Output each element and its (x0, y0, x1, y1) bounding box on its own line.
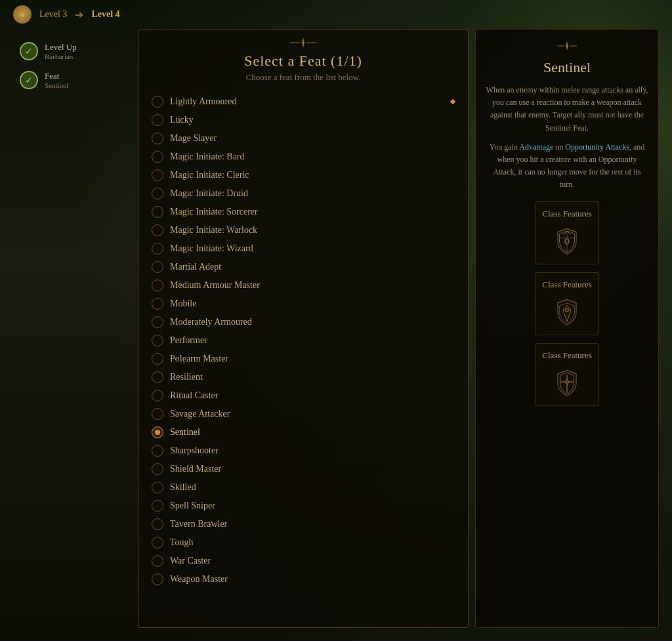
level-icon (13, 5, 32, 24)
feat-item[interactable]: Ritual Caster (152, 386, 455, 405)
feat-name: Performer (170, 335, 207, 346)
feat-item[interactable]: Lightly Armoured (152, 93, 455, 111)
feat-item[interactable]: Performer (152, 331, 455, 350)
sidebar-item-levelup[interactable]: ✓ Level Up Barbarian (20, 42, 125, 60)
svg-marker-0 (18, 10, 27, 19)
top-bar: Level 3 ➔ Level 4 (0, 0, 672, 29)
feat-item[interactable]: Lucky (152, 111, 455, 129)
feat-name: Lucky (170, 115, 194, 125)
sidebar-text-levelup: Level Up Barbarian (45, 42, 77, 60)
feat-item[interactable]: Skilled (152, 478, 455, 497)
opportunity-attacks-highlight: Opportunity Attacks (565, 142, 629, 152)
feat-radio (152, 224, 163, 236)
feat-item[interactable]: Shield Master (152, 460, 455, 478)
sidebar: ✓ Level Up Barbarian ✓ Feat Sentinel (13, 29, 131, 628)
feat-radio (152, 298, 163, 310)
feat-radio (152, 482, 163, 493)
feat-item[interactable]: Martial Adept (152, 258, 455, 276)
feat-name: Lightly Armoured (170, 96, 237, 107)
feat-name: Magic Initiate: Sorcerer (170, 207, 258, 217)
feat-item[interactable]: Magic Initiate: Bard (152, 148, 455, 166)
panel-title: Select a Feat (1/1) (244, 52, 362, 70)
sidebar-item-feat[interactable]: ✓ Feat Sentinel (20, 71, 125, 89)
feat-name: Sentinel (170, 427, 200, 438)
feat-radio (152, 335, 163, 346)
feat-item[interactable]: Magic Initiate: Sorcerer (152, 203, 455, 221)
feat-name: Shield Master (170, 464, 221, 474)
feat-name: Savage Attacker (170, 409, 230, 419)
feat-name: Weapon Master (170, 574, 228, 585)
feat-item[interactable]: Magic Initiate: Druid (152, 184, 455, 203)
feat-list[interactable]: Lightly ArmouredLuckyMage SlayerMagic In… (138, 93, 468, 627)
feat-name: Mobile (170, 299, 196, 309)
feat-name: Skilled (170, 482, 196, 493)
feat-radio (152, 445, 163, 457)
feat-radio (152, 371, 163, 383)
feat-name: Mage Slayer (170, 133, 217, 144)
feat-detail-desc2: You gain Advantage on Opportunity Attack… (486, 141, 648, 192)
feat-name: Magic Initiate: Warlock (170, 225, 257, 236)
feat-radio (152, 353, 163, 365)
feat-item[interactable]: Resilient (152, 368, 455, 386)
center-panel: Select a Feat (1/1) Choose a feat from t… (138, 29, 469, 628)
feat-indicator-dot (450, 99, 455, 104)
feat-item[interactable]: Weapon Master (152, 570, 455, 589)
panel-subtitle: Choose a feat from the list below. (246, 72, 361, 83)
feat-item[interactable]: Medium Armour Master (152, 276, 455, 295)
feat-item[interactable]: Tavern Brawler (152, 515, 455, 533)
svg-marker-2 (302, 37, 304, 48)
level-arrow: ➔ (75, 9, 83, 21)
feat-name: War Caster (170, 556, 211, 566)
feat-radio (152, 151, 163, 163)
feat-item[interactable]: Sentinel (152, 423, 455, 442)
feat-item[interactable]: Mage Slayer (152, 129, 455, 148)
feat-item[interactable]: Spell Sniper (152, 497, 455, 515)
panel-ornament (290, 30, 316, 52)
feat-name: Ritual Caster (170, 390, 219, 401)
feat-item[interactable]: Tough (152, 533, 455, 552)
class-feature-label: Class Features (542, 350, 591, 361)
feat-name: Martial Adept (170, 262, 221, 272)
sidebar-text-feat: Feat Sentinel (45, 71, 68, 89)
feat-radio (152, 316, 163, 328)
feat-item[interactable]: Magic Initiate: Cleric (152, 166, 455, 184)
level-to-label: Level 4 (91, 9, 119, 20)
checkmark-icon: ✓ (25, 46, 33, 57)
feat-radio (152, 279, 163, 291)
feat-name: Magic Initiate: Bard (170, 152, 245, 162)
feat-item[interactable]: Sharpshooter (152, 442, 455, 460)
class-feature-icon (551, 295, 583, 328)
feat-item[interactable]: Magic Initiate: Warlock (152, 221, 455, 239)
feat-name: Medium Armour Master (170, 280, 260, 291)
feat-item[interactable]: Moderately Armoured (152, 313, 455, 331)
feat-item[interactable]: Mobile (152, 295, 455, 313)
checkmark-icon-feat: ✓ (25, 75, 33, 86)
feat-item[interactable]: Magic Initiate: Wizard (152, 239, 455, 258)
sidebar-levelup-label: Level Up (45, 42, 77, 52)
feat-name: Resilient (170, 372, 203, 383)
feat-radio (152, 518, 163, 530)
feat-name: Polearm Master (170, 354, 228, 364)
feat-name: Tough (170, 537, 194, 548)
feat-detail-desc1: When an enemy within melee range attacks… (486, 84, 648, 134)
feat-radio (152, 188, 163, 199)
feat-radio (152, 555, 163, 567)
feat-item[interactable]: Polearm Master (152, 350, 455, 368)
feat-item[interactable]: War Caster (152, 552, 455, 570)
sidebar-levelup-sublabel: Barbarian (45, 52, 77, 60)
right-panel-ornament (557, 39, 577, 56)
sidebar-check-feat: ✓ (20, 71, 38, 89)
feat-name: Sharpshooter (170, 445, 219, 456)
class-feature-label: Class Features (542, 209, 591, 219)
feat-name: Spell Sniper (170, 501, 215, 511)
feat-name: Magic Initiate: Cleric (170, 170, 249, 180)
feat-detail-title: Sentinel (543, 59, 591, 76)
feat-radio (152, 573, 163, 585)
feat-radio (152, 133, 163, 144)
right-panel: Sentinel When an enemy within melee rang… (475, 29, 659, 628)
feat-radio (152, 169, 163, 181)
feat-item[interactable]: Savage Attacker (152, 405, 455, 423)
class-feature-label: Class Features (542, 279, 591, 290)
sidebar-feat-sublabel: Sentinel (45, 81, 68, 89)
class-feature-icon (551, 366, 583, 399)
